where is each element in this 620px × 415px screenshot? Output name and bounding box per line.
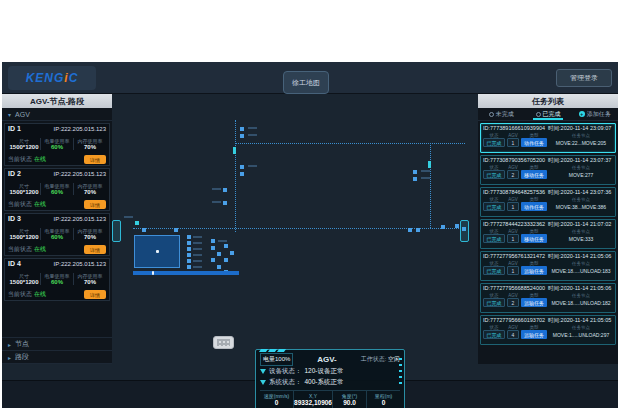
map-node[interactable]: [413, 177, 417, 181]
map-node[interactable]: [217, 265, 221, 269]
task-row[interactable]: ID:777308784648257536 时间:2020-11-14 23:0…: [480, 187, 616, 217]
task-agv-badge: 1: [507, 202, 519, 211]
task-list: ID:777389166610939904 时间:2020-11-14 23:0…: [478, 121, 618, 347]
map-node[interactable]: [187, 253, 191, 257]
task-agv-badge: 1: [507, 266, 519, 275]
keyboard-button[interactable]: [213, 336, 234, 349]
agv-card[interactable]: ID 4 IP:222.205.015.123 尺寸 1500*1200 电量使…: [4, 258, 110, 301]
filter-icon: [260, 380, 266, 385]
agv-memory-usage: 内存使用率 70%: [74, 138, 106, 150]
task-nodes-cell: 任务节点 MOVE:277: [549, 165, 613, 179]
map-node[interactable]: [240, 134, 244, 138]
task-type-badge: 运输任务: [521, 266, 547, 275]
map-node[interactable]: [240, 172, 244, 176]
task-row[interactable]: ID:777278444223332362 时间:2020-11-14 21:0…: [480, 219, 616, 249]
task-row[interactable]: ID:777308790356705200 时间:2020-11-14 23:0…: [480, 155, 616, 185]
map-node[interactable]: [187, 247, 191, 251]
agv-size: 尺寸 1500*1200: [8, 183, 41, 195]
task-type-cell: 类型 运输任务: [521, 325, 547, 339]
map-node[interactable]: [135, 221, 139, 225]
map-node-label: [212, 201, 221, 203]
task-id: ID:777389166610939904: [483, 125, 545, 132]
map-bar: [133, 271, 239, 275]
task-status-badge: 已完成: [483, 170, 505, 179]
map-node[interactable]: [223, 201, 227, 205]
agv-id: ID 1: [8, 125, 21, 132]
map-node[interactable]: [187, 259, 191, 263]
chevron-right-icon: ▸: [8, 341, 11, 348]
map-dot: [156, 250, 159, 253]
task-tab-finished[interactable]: 已完成: [525, 108, 572, 120]
map-node[interactable]: [408, 228, 412, 232]
task-status-badge: 已完成: [483, 234, 505, 243]
task-nodes-cell: 任务节点 MOVE:1.....UNLOAD:297: [549, 325, 613, 339]
map-node[interactable]: [187, 241, 191, 245]
task-nodes-cell: 任务节点 MOVE:38...MOVE:386: [549, 197, 613, 211]
task-id: ID:777277956761321472: [483, 253, 545, 260]
task-time: 时间:2020-11-14 21:05:05: [548, 317, 611, 324]
task-row[interactable]: ID:777277956688524000 时间:2020-11-14 21:0…: [480, 283, 616, 313]
map-node[interactable]: [428, 161, 431, 168]
task-tab-add[interactable]: + 添加任务: [571, 108, 618, 120]
admin-login-button[interactable]: 管理登录: [556, 69, 612, 87]
map-node[interactable]: [142, 228, 146, 232]
map-node[interactable]: [441, 225, 445, 229]
agv-detail-button[interactable]: 详情: [84, 245, 106, 254]
map-node[interactable]: [187, 265, 191, 269]
agv-card[interactable]: ID 2 IP:222.205.015.123 尺寸 1500*1200 电量使…: [4, 168, 110, 211]
map-node[interactable]: [187, 235, 191, 239]
map-node[interactable]: [240, 165, 244, 169]
map-node-label: [248, 127, 257, 129]
group-nodes[interactable]: ▸ 节点: [2, 338, 112, 351]
right-panel-collapse-handle[interactable]: [460, 220, 469, 242]
telemetry-stat: 角度(°) 90.0: [333, 391, 367, 408]
group-nodes-label: 节点: [15, 339, 29, 349]
task-tabs: 未完成 已完成 + 添加任务: [478, 108, 618, 121]
map-node[interactable]: [217, 252, 221, 256]
group-roads[interactable]: ▸ 路段: [2, 351, 112, 364]
map-title-tab[interactable]: 徐工地图: [283, 71, 329, 94]
map-node-label: [248, 134, 257, 136]
task-status-cell: 状态 已完成: [483, 261, 505, 275]
brand-logo-text: KENGiC: [26, 71, 79, 85]
agv-status-panel: 电量100% AGV- 工作状态: 空闲 设备状态：120-设备正常 系统状态：…: [255, 349, 405, 408]
agv-detail-button[interactable]: 详情: [84, 200, 106, 209]
task-agv-cell: AGV 2: [507, 293, 519, 307]
left-panel-title: AGV-节点-路段: [2, 94, 112, 108]
task-status-badge: 已完成: [483, 266, 505, 275]
agv-detail-button[interactable]: 详情: [84, 290, 106, 299]
map-node[interactable]: [455, 224, 459, 228]
agv-detail-button[interactable]: 详情: [84, 155, 106, 164]
map-node[interactable]: [211, 246, 215, 250]
left-panel-collapse-handle[interactable]: [112, 220, 121, 242]
group-agv[interactable]: ▾ AGV: [2, 108, 112, 121]
task-nodes-value: MOVE:18.....UNLOAD:182: [549, 298, 613, 307]
map-node[interactable]: [233, 147, 236, 154]
task-nodes-value: MOVE:1.....UNLOAD:297: [549, 330, 613, 339]
map-node[interactable]: [240, 127, 244, 131]
agv-ip: IP:222.205.015.123: [54, 216, 106, 222]
task-row[interactable]: ID:777389166610939904 时间:2020-11-14 23:0…: [480, 123, 616, 153]
map-node[interactable]: [224, 244, 228, 248]
task-agv-cell: AGV 1: [507, 229, 519, 243]
task-type-cell: 类型 动作任务: [521, 197, 547, 211]
agv-card[interactable]: ID 3 IP:222.205.015.123 尺寸 1500*1200 电量使…: [4, 213, 110, 256]
task-nodes-value: MOVE:277: [549, 170, 613, 179]
map-canvas[interactable]: [112, 94, 478, 380]
task-row[interactable]: ID:777277956660193702 时间:2020-11-14 21:0…: [480, 315, 616, 345]
task-type-badge: 动作任务: [521, 138, 547, 147]
map-node-label: [193, 242, 202, 244]
agv-card[interactable]: ID 1 IP:222.205.015.123 尺寸 1500*1200 电量使…: [4, 123, 110, 166]
task-tab-unfinished[interactable]: 未完成: [478, 108, 525, 120]
map-node[interactable]: [230, 251, 234, 255]
keyboard-icon: [217, 339, 230, 346]
map-node[interactable]: [223, 188, 227, 192]
map-node[interactable]: [211, 239, 215, 243]
map-node[interactable]: [416, 228, 420, 232]
map-node[interactable]: [174, 228, 178, 232]
task-row[interactable]: ID:777277956761321472 时间:2020-11-14 21:0…: [480, 251, 616, 281]
map-node[interactable]: [224, 258, 228, 262]
task-agv-badge: 2: [507, 298, 519, 307]
map-node[interactable]: [413, 170, 417, 174]
map-node[interactable]: [211, 258, 215, 262]
